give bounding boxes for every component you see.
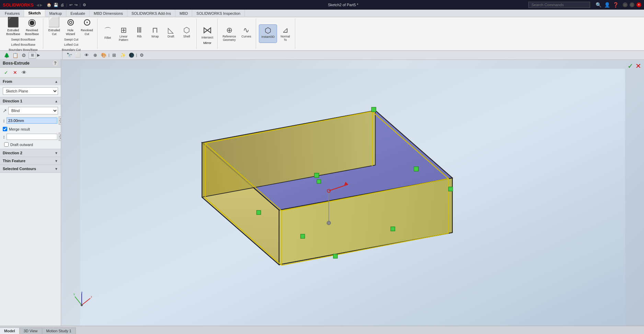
tab-solidworks-inspection[interactable]: SOLIDWORKS Inspection (192, 10, 245, 17)
search-input[interactable] (528, 2, 590, 8)
from-section-header[interactable]: From ▲ (0, 78, 61, 85)
direction1-dropdown[interactable]: Blind Through All Up To Next Mid Plane (8, 107, 58, 114)
view-edit-appearance-btn[interactable]: 🎨 (100, 52, 107, 59)
swept-boss-label: Swept Boss/Base (11, 38, 35, 41)
direction2-section: Direction 2 ▼ (0, 149, 61, 157)
window-title: Sketch2 of Part5 * (158, 3, 528, 7)
view-icons: 🔭 ⬜ 👁 ⊕ 🎨 | ⊞ ✨ 🌑 | ⚙ (64, 52, 146, 59)
depth-spin-up[interactable]: ▲ (59, 116, 61, 121)
panel-ok-button[interactable]: ✓ (3, 69, 10, 76)
direction1-section-header[interactable]: Direction 1 ▲ (0, 97, 61, 105)
panel-preview-button[interactable]: 👁 (21, 69, 27, 76)
handle-front-left[interactable] (256, 210, 261, 214)
view-snap-btn[interactable]: ⊞ (111, 52, 118, 59)
view-section-btn[interactable]: ⊕ (91, 52, 99, 59)
panel-help-btn[interactable]: ? (53, 60, 58, 66)
ribbon-tabs: Features Sketch Markup Evaluate MBD Dime… (0, 10, 644, 17)
merge-result-checkbox[interactable] (3, 127, 7, 131)
svg-text:X: X (91, 295, 92, 299)
tab-3d-view[interactable]: 3D View (20, 327, 42, 334)
close-button[interactable]: ✕ (636, 2, 641, 7)
revolved-cut-icon: ⊙ (83, 16, 91, 28)
account-icon[interactable]: 👤 (604, 2, 610, 8)
maximize-button[interactable]: □ (630, 2, 634, 7)
depth-input[interactable] (7, 118, 57, 124)
curves-button[interactable]: ∿ Curves (239, 24, 254, 43)
tab-mbd-dimensions[interactable]: MBD Dimensions (90, 10, 127, 17)
direction2-section-header[interactable]: Direction 2 ▼ (0, 149, 61, 157)
reference-geometry-button[interactable]: ⊕ ReferenceGeometry (220, 24, 238, 43)
redo-btn[interactable]: ↪ (74, 3, 78, 7)
revolved-cut-button[interactable]: ⊙ RevolvedCut (79, 15, 95, 37)
panel-tab-config[interactable]: ⚙ (20, 52, 27, 59)
extruded-boss-button[interactable]: ⬛ ExtrudedBoss/Base (4, 15, 22, 37)
wrap-button[interactable]: ⊓ Wrap (148, 24, 163, 43)
hole-wizard-icon: ⊚ (67, 16, 74, 28)
handle-corner1[interactable] (317, 180, 321, 183)
lofted-cut-button[interactable]: Lofted Cut (60, 42, 82, 47)
draft-button[interactable]: ◺ Draft (163, 24, 179, 43)
dir1-extra-spin-down[interactable]: ▼ (59, 137, 61, 141)
nav-arrows[interactable]: ◀ ▶ (36, 3, 43, 7)
swept-boss-button[interactable]: Swept Boss/Base (7, 37, 39, 42)
from-dropdown[interactable]: Sketch Plane Surface/Face/Plane Vertex O… (3, 87, 58, 95)
draft-outward-checkbox[interactable] (4, 142, 9, 147)
home-btn[interactable]: 🏠 (47, 3, 51, 7)
view-display-btn[interactable]: ⬜ (74, 52, 82, 59)
handle-front-bottom[interactable] (301, 234, 305, 238)
minimize-button[interactable]: ─ (623, 2, 628, 7)
instant3d-button[interactable]: ⬡ Instant3D (259, 24, 277, 43)
handle-bottom-front[interactable] (333, 254, 337, 258)
view-shadows-btn[interactable]: 🌑 (128, 52, 135, 59)
search-icon[interactable]: 🔍 (596, 2, 601, 8)
tab-motion-study-1[interactable]: Motion Study 1 (42, 327, 76, 334)
panel-tab-arrow[interactable]: ▶ (37, 53, 40, 57)
shell-icon: ⬡ (183, 26, 190, 35)
view-settings-btn[interactable]: ⚙ (138, 52, 146, 59)
fillet-button[interactable]: ⌒ Fillet (100, 24, 115, 43)
panel-tab-tree[interactable]: 🌲 (3, 52, 10, 59)
direction1-arrow-btn[interactable]: ↗ (3, 108, 7, 113)
hole-wizard-button[interactable]: ⊚ HoleWizard (63, 15, 78, 37)
options-btn[interactable]: ⚙ (83, 3, 86, 7)
shell-button[interactable]: ⬡ Shell (179, 24, 194, 43)
handle-right-center[interactable] (391, 227, 395, 231)
linear-pattern-button[interactable]: ⊞ LinearPattern (116, 24, 131, 43)
hole-wizard-label: HoleWizard (66, 29, 75, 35)
handle-top-right[interactable] (414, 167, 418, 171)
view-hide-btn[interactable]: 👁 (83, 52, 90, 59)
panel-cancel-button[interactable]: ✕ (12, 69, 19, 76)
swept-cut-button[interactable]: Swept Cut (60, 37, 82, 42)
lofted-boss-button[interactable]: Lofted Boss/Base (7, 42, 39, 47)
panel-title: Boss-Extrude (3, 61, 30, 66)
selected-contours-section-header[interactable]: Selected Contours ▼ (0, 165, 61, 172)
dir1-extra-spin-up[interactable]: ▲ (59, 133, 61, 137)
thin-feature-section-header[interactable]: Thin Feature ▼ (0, 157, 61, 165)
reference-geometry-icon: ⊕ (226, 26, 232, 35)
dir1-extra-input[interactable] (7, 134, 57, 140)
handle-top-center-left[interactable] (314, 173, 319, 178)
depth-spin-down[interactable]: ▼ (59, 121, 61, 125)
revolved-boss-button[interactable]: ◉ RevolvedBoss/Base (23, 15, 41, 37)
save-btn[interactable]: 💾 (54, 3, 58, 7)
panel-tab-prop[interactable]: 📋 (11, 52, 19, 59)
normal-to-icon: ⊿ (282, 26, 288, 35)
print-btn[interactable]: 🖨 (60, 3, 64, 7)
handle-top-back[interactable] (371, 107, 376, 112)
intersect-button[interactable]: ⋈ Intersect (199, 23, 216, 41)
tab-model[interactable]: Model (0, 327, 20, 334)
help-icon[interactable]: ❓ (613, 2, 619, 8)
undo-btn[interactable]: ↩ (69, 3, 72, 7)
tab-mbd[interactable]: MBD (175, 10, 192, 17)
extruded-cut-button[interactable]: ⬜ ExtrudedCut (46, 15, 62, 37)
view-realview-btn[interactable]: ✨ (119, 52, 127, 59)
view-sep: | (108, 53, 110, 57)
handle-right-edge[interactable] (449, 187, 453, 191)
rib-button[interactable]: Ⅲ Rib (132, 24, 147, 43)
tab-solidworks-addins[interactable]: SOLIDWORKS Add-Ins (127, 10, 175, 17)
wrap-label: Wrap (151, 35, 159, 38)
view-orient-btn[interactable]: 🔭 (66, 52, 73, 59)
normal-to-button[interactable]: ⊿ NormalTo (278, 24, 293, 43)
mirror-label-sm: Mirror (203, 41, 211, 45)
panel-tab-features[interactable]: ⊞ (28, 52, 36, 59)
